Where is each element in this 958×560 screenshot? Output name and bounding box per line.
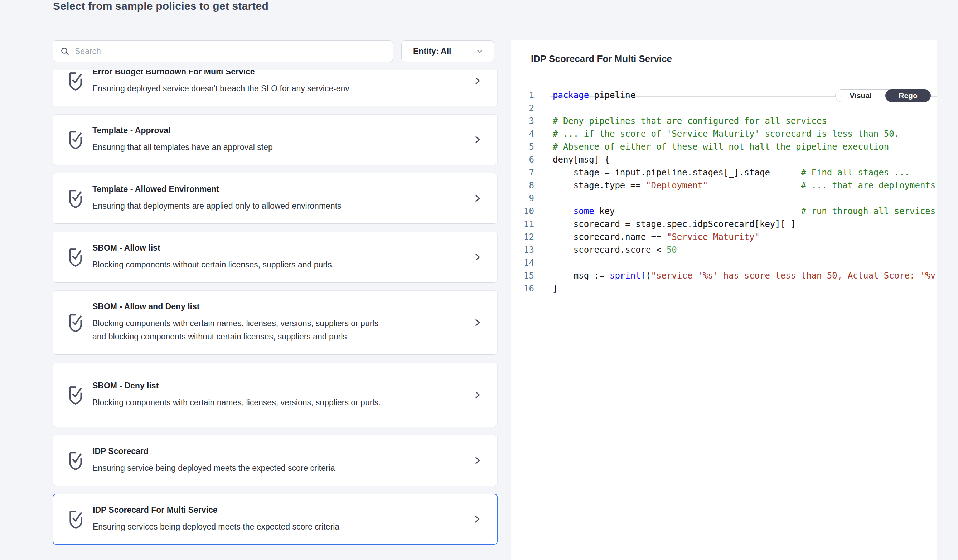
chevron-right-icon xyxy=(472,251,483,263)
code-line: 8 stage.type == "Deployment" # ... that … xyxy=(511,179,937,192)
code-token: "Deployment" xyxy=(646,181,708,190)
search-row: Entity: All xyxy=(52,40,498,62)
line-number: 10 xyxy=(511,205,550,218)
chevron-right-icon xyxy=(472,75,483,87)
code-token: # Find all stages ... xyxy=(801,168,910,178)
policy-card[interactable]: SBOM - Allow listBlocking components wit… xyxy=(52,232,498,282)
code-token xyxy=(615,206,801,216)
code-line-content: deny[msg] { xyxy=(550,153,610,166)
line-number: 4 xyxy=(511,127,550,140)
code-line-content xyxy=(550,102,553,114)
search-input[interactable] xyxy=(75,46,393,56)
code-token: # ... that are deployments xyxy=(801,181,936,190)
policy-card[interactable]: Template - Allowed EnvironmentEnsuring t… xyxy=(52,173,498,224)
line-number: 3 xyxy=(511,114,550,127)
rego-code-editor[interactable]: 1package pipeline23# Deny pipelines that… xyxy=(511,89,937,295)
policy-card-title: IDP Scorecard For Multi Service xyxy=(93,505,339,515)
line-number: 9 xyxy=(511,192,550,205)
policy-card-title: Template - Approval xyxy=(92,126,273,135)
line-number: 13 xyxy=(511,243,550,256)
code-token: scorecard.score < xyxy=(553,245,666,255)
code-token: pipeline xyxy=(589,90,636,100)
chevron-right-icon xyxy=(472,134,483,145)
code-line-content: scorecard.score < 50 xyxy=(550,243,677,256)
policy-card[interactable]: Template - ApprovalEnsuring that all tem… xyxy=(52,114,498,165)
code-token: "Service Maturity" xyxy=(666,232,760,242)
code-token: key xyxy=(594,206,615,216)
code-line: 7 stage = input.pipeline.stages[_].stage… xyxy=(511,166,937,179)
policy-list-viewport: Error Budget Burndown For Multi ServiceE… xyxy=(52,70,498,548)
line-number: 6 xyxy=(511,153,550,166)
code-line-content: stage = input.pipeline.stages[_].stage #… xyxy=(550,166,910,179)
code-token: package xyxy=(553,90,589,100)
line-number: 7 xyxy=(511,166,550,179)
code-token: # run through all services xyxy=(801,206,936,216)
policy-list: Error Budget Burndown For Multi ServiceE… xyxy=(52,70,498,545)
policy-card[interactable]: IDP ScorecardEnsuring service being depl… xyxy=(52,435,498,486)
code-line: 2 xyxy=(511,102,937,114)
line-number: 14 xyxy=(511,256,550,269)
policy-card-text: SBOM - Allow and Deny listBlocking compo… xyxy=(92,302,390,343)
preview-title: IDP Scorecard For Multi Service xyxy=(531,53,672,65)
code-line: 9 xyxy=(511,192,937,205)
policy-card-description: Blocking components with certain names, … xyxy=(92,317,390,343)
code-token: msg := xyxy=(553,271,610,281)
code-line-content: } xyxy=(550,282,558,295)
policy-card-title: SBOM - Allow list xyxy=(92,243,334,253)
code-token: stage.type == xyxy=(553,181,646,190)
code-line: 14 xyxy=(511,256,937,269)
code-line: 16} xyxy=(511,282,937,295)
policy-card-description: Ensuring that all templates have an appr… xyxy=(92,141,273,154)
code-token: # Absence of either of these will not ha… xyxy=(553,142,889,152)
code-line: 13 scorecard.score < 50 xyxy=(511,243,937,256)
policy-card-title: Error Budget Burndown For Multi Service xyxy=(92,70,349,77)
policy-card-text: Template - Allowed EnvironmentEnsuring t… xyxy=(92,184,341,213)
policy-card-text: IDP Scorecard For Multi ServiceEnsuring … xyxy=(93,505,339,533)
code-line-content xyxy=(550,192,553,205)
chevron-right-icon xyxy=(472,317,483,328)
shield-check-icon xyxy=(67,247,84,267)
shield-check-icon xyxy=(67,188,84,208)
code-line: 4# ... if the score of 'Service Maturity… xyxy=(511,127,937,140)
entity-filter-label: Entity: All xyxy=(413,46,451,56)
line-number: 11 xyxy=(511,218,550,231)
code-line-content: scorecard.name == "Service Maturity" xyxy=(550,231,760,243)
code-token: 50 xyxy=(666,245,677,255)
policy-card-title: Template - Allowed Environment xyxy=(92,184,341,194)
chevron-right-icon xyxy=(472,514,482,525)
chevron-right-icon xyxy=(472,455,483,466)
code-token: stage = input.pipeline.stages[_].stage xyxy=(553,168,801,178)
policy-card-text: Template - ApprovalEnsuring that all tem… xyxy=(92,126,273,154)
policy-card[interactable]: IDP Scorecard For Multi ServiceEnsuring … xyxy=(52,494,498,545)
policy-card-title: SBOM - Deny list xyxy=(92,381,381,391)
toggle-rego-button[interactable]: Rego xyxy=(885,89,931,102)
search-box[interactable] xyxy=(52,40,393,62)
policy-card[interactable]: SBOM - Allow and Deny listBlocking compo… xyxy=(52,290,498,355)
code-line: 3# Deny pipelines that are configured fo… xyxy=(511,114,937,127)
toggle-visual-button[interactable]: Visual xyxy=(836,89,886,102)
policy-card-description: Ensuring deployed service doesn't breach… xyxy=(92,82,349,95)
code-line-content: # ... if the score of 'Service Maturity'… xyxy=(550,127,899,140)
code-token: sprintf xyxy=(610,271,646,281)
line-number: 15 xyxy=(511,269,550,282)
code-line: 11 scorecard = stage.spec.idpScorecard[k… xyxy=(511,218,937,231)
policy-card[interactable]: SBOM - Deny listBlocking components with… xyxy=(52,363,498,427)
entity-filter-dropdown[interactable]: Entity: All xyxy=(401,40,494,62)
code-line-content: # Absence of either of these will not ha… xyxy=(550,140,889,153)
policy-card-description: Blocking components with certain names, … xyxy=(92,396,381,409)
policy-card-description: Ensuring that deployments are applied on… xyxy=(92,200,341,213)
policy-card[interactable]: Error Budget Burndown For Multi ServiceE… xyxy=(52,70,498,106)
page-title: Select from sample policies to get start… xyxy=(53,0,268,12)
code-line: 6deny[msg] { xyxy=(511,153,937,166)
line-number: 8 xyxy=(511,179,550,192)
code-line-content: scorecard = stage.spec.idpScorecard[key]… xyxy=(550,218,796,231)
code-token xyxy=(708,181,801,190)
policy-card-title: IDP Scorecard xyxy=(92,446,335,456)
visual-rego-toggle: Visual Rego xyxy=(835,89,931,102)
shield-check-icon xyxy=(67,130,84,150)
shield-check-icon xyxy=(67,385,84,405)
line-number: 12 xyxy=(511,231,550,243)
code-token: "service '%s' has score less than 50, Ac… xyxy=(651,271,937,281)
code-line-content: some key # run through all services xyxy=(550,205,936,218)
line-number: 2 xyxy=(511,102,550,114)
